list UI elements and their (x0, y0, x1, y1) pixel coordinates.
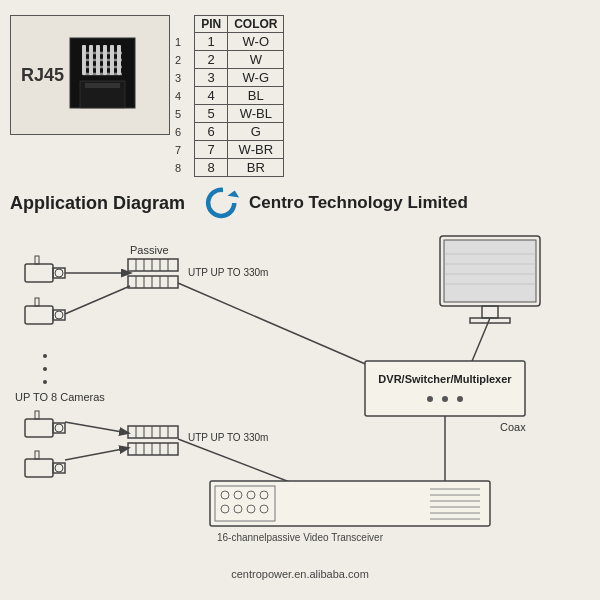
svg-rect-10 (110, 45, 114, 75)
footer: centropower.en.alibaba.com (10, 568, 590, 580)
company-name: Centro Technology Limited (249, 193, 468, 213)
camera-bottom (25, 411, 65, 437)
pin-numbers-column: 1 2 3 4 5 6 7 8 (175, 33, 181, 177)
svg-line-47 (178, 283, 370, 366)
cameras-label: UP TO 8 Cameras (15, 391, 105, 403)
svg-rect-12 (85, 83, 120, 88)
svg-point-75 (442, 396, 448, 402)
pin-color-cell: W-G (228, 69, 284, 87)
svg-rect-64 (444, 240, 536, 302)
svg-rect-7 (89, 45, 93, 75)
page: RJ45 (0, 0, 600, 600)
svg-rect-30 (35, 411, 39, 419)
pin-header: PIN (195, 16, 228, 33)
pin-row-2: 2W (195, 51, 284, 69)
pin-number-cell: 8 (195, 159, 228, 177)
passive-unit-bottom (128, 426, 178, 438)
pin-table-wrapper: 1 2 3 4 5 6 7 8 PIN COLOR 1W-O2W3W-G4BL5… (175, 15, 284, 177)
pin-num-2: 2 (175, 51, 181, 69)
pin-row-8: 8BR (195, 159, 284, 177)
rj45-label: RJ45 (21, 65, 64, 86)
svg-rect-19 (25, 306, 53, 324)
camera-top (25, 256, 65, 282)
svg-rect-8 (96, 45, 100, 75)
svg-line-61 (65, 422, 128, 433)
pin-num-5: 5 (175, 105, 181, 123)
svg-line-60 (178, 439, 300, 486)
sixteen-channel-device (210, 481, 490, 526)
passive-unit-top (128, 259, 178, 271)
rj45-section: RJ45 (10, 15, 590, 177)
app-diagram-header: Application Diagram Centro Technology Li… (10, 185, 590, 221)
svg-point-74 (427, 396, 433, 402)
diagram-area: UP TO 8 Cameras Passive (10, 226, 590, 566)
pin-number-cell: 5 (195, 105, 228, 123)
passive-label: Passive (130, 244, 169, 256)
color-header: COLOR (228, 16, 284, 33)
pin-number-cell: 3 (195, 69, 228, 87)
svg-rect-14 (25, 264, 53, 282)
pin-number-cell: 6 (195, 123, 228, 141)
pin-number-cell: 1 (195, 33, 228, 51)
pin-number-cell: 7 (195, 141, 228, 159)
pin-color-cell: W-BL (228, 105, 284, 123)
utp-label-top: UTP UP TO 330m (188, 267, 268, 278)
passive-unit-bottom2 (128, 443, 178, 455)
svg-point-33 (55, 464, 63, 472)
svg-rect-31 (25, 459, 53, 477)
svg-point-26 (43, 380, 47, 384)
pin-num-1: 1 (175, 33, 181, 51)
pin-row-7: 7W-BR (195, 141, 284, 159)
pin-color-cell: W (228, 51, 284, 69)
svg-point-21 (55, 311, 63, 319)
pin-row-1: 1W-O (195, 33, 284, 51)
utp-label-bottom: UTP UP TO 330m (188, 432, 268, 443)
svg-rect-9 (103, 45, 107, 75)
svg-rect-65 (482, 306, 498, 318)
coax-label: Coax (500, 421, 526, 433)
pin-row-6: 6G (195, 123, 284, 141)
centro-logo-icon (205, 185, 241, 221)
pin-color-cell: W-O (228, 33, 284, 51)
application-diagram-svg: UP TO 8 Cameras Passive (10, 226, 590, 556)
website-text: centropower.en.alibaba.com (231, 568, 369, 580)
svg-point-24 (43, 354, 47, 358)
pin-num-8: 8 (175, 159, 181, 177)
pin-number-cell: 4 (195, 87, 228, 105)
passive-unit-top2 (128, 276, 178, 288)
svg-line-23 (65, 286, 130, 314)
svg-rect-34 (35, 451, 39, 459)
svg-point-16 (55, 269, 63, 277)
svg-rect-17 (35, 256, 39, 264)
svg-point-76 (457, 396, 463, 402)
dvr-box: DVR/Switcher/Multiplexer (365, 361, 525, 416)
svg-point-25 (43, 367, 47, 371)
rj45-connector-svg (65, 33, 140, 118)
pin-row-4: 4BL (195, 87, 284, 105)
svg-rect-72 (365, 361, 525, 416)
pin-num-6: 6 (175, 123, 181, 141)
pin-color-table: PIN COLOR 1W-O2W3W-G4BL5W-BL6G7W-BR8BR (194, 15, 284, 177)
svg-rect-11 (117, 45, 121, 75)
camera-second (25, 298, 65, 324)
pin-color-cell: W-BR (228, 141, 284, 159)
app-diagram-title: Application Diagram (10, 193, 185, 214)
pin-row-5: 5W-BL (195, 105, 284, 123)
pin-color-cell: BL (228, 87, 284, 105)
pin-number-cell: 2 (195, 51, 228, 69)
pin-color-cell: BR (228, 159, 284, 177)
svg-text:DVR/Switcher/Multiplexer: DVR/Switcher/Multiplexer (378, 373, 512, 385)
svg-line-71 (470, 318, 490, 366)
pin-num-7: 7 (175, 141, 181, 159)
monitor (440, 236, 540, 323)
pin-row-3: 3W-G (195, 69, 284, 87)
svg-line-62 (65, 448, 128, 460)
logo-area: Centro Technology Limited (205, 185, 468, 221)
pin-color-cell: G (228, 123, 284, 141)
device-label: 16-channelpassive Video Transceiver (217, 532, 384, 543)
pin-num-4: 4 (175, 87, 181, 105)
camera-bottom2 (25, 451, 65, 477)
svg-rect-6 (82, 45, 86, 75)
svg-marker-13 (228, 190, 240, 197)
rj45-box: RJ45 (10, 15, 170, 135)
